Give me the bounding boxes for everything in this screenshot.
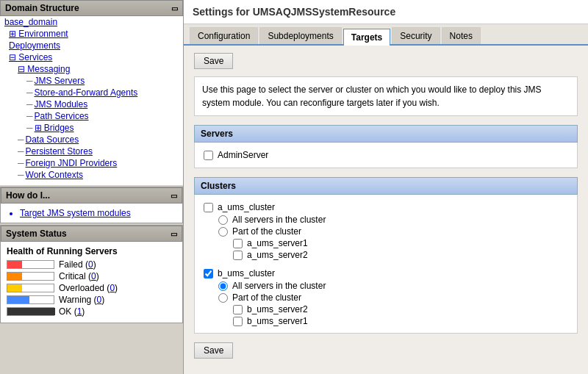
status-row-overloaded: Overloaded (0) [7,283,176,293]
tabs-bar: Configuration Subdeployments Targets Sec… [184,24,588,46]
tab-configuration[interactable]: Configuration [190,27,258,44]
tree-item-persistent-stores[interactable]: ─Persistent Stores [0,145,183,157]
b-ums-server2-row: b_ums_server2 [233,303,568,315]
b-ums-server2-checkbox[interactable] [233,305,243,314]
right-panel: Settings for UMSAQJMSSystemResource Conf… [184,0,588,374]
tree-item-jms-modules[interactable]: ─JMS Modules [0,98,183,110]
tree-item-store-forward[interactable]: ─Store-and-Forward Agents [0,87,183,98]
how-do-i-item[interactable]: Target JMS system modules [20,208,175,218]
bridges-link[interactable]: ⊞ Bridges [35,123,74,133]
path-services-link[interactable]: Path Services [35,111,89,121]
system-status-header: System Status ▭ [1,226,182,242]
messaging-link[interactable]: ⊟ Messaging [18,64,70,74]
b-ums-server2-label: b_ums_server2 [247,304,308,314]
overloaded-count[interactable]: 0 [110,283,115,293]
a-ums-server1-label: a_ums_server1 [247,238,308,248]
status-subtitle: Health of Running Servers [7,246,176,256]
status-row-ok: OK (1) [7,306,176,317]
jms-servers-link[interactable]: JMS Servers [35,76,85,86]
deployments-link[interactable]: Deployments [9,40,60,51]
a-ums-cluster-label: a_ums_cluster [218,202,275,212]
tree-item-base-domain[interactable]: base_domain [0,16,183,28]
adminserver-row: AdminServer [204,148,568,162]
tree-item-messaging[interactable]: ⊟ Messaging [0,63,183,75]
warning-count[interactable]: 0 [97,295,102,305]
a-ums-server2-checkbox[interactable] [233,251,243,260]
b-ums-server1-checkbox[interactable] [233,317,243,326]
warning-paren: ) [101,295,104,305]
domain-structure-header: Domain Structure ▭ [0,0,183,16]
persistent-stores-link[interactable]: Persistent Stores [26,146,93,157]
domain-structure-collapse[interactable]: ▭ [171,4,178,12]
status-content: Health of Running Servers Failed (0) Cri… [1,242,182,323]
left-panel: Domain Structure ▭ base_domain ⊞ Environ… [0,0,184,374]
foreign-jndi-link[interactable]: Foreign JNDI Providers [26,158,118,168]
system-status-section: System Status ▭ Health of Running Server… [0,225,183,323]
tree-item-bridges[interactable]: ─⊞ Bridges [0,122,183,134]
ok-count[interactable]: 1 [77,306,82,317]
b-all-servers-row: All servers in the cluster [218,280,568,292]
environment-link[interactable]: ⊞ Environment [9,29,68,39]
tab-security[interactable]: Security [392,27,440,44]
a-ums-cluster-checkbox[interactable] [204,203,213,212]
b-ums-cluster-checkbox[interactable] [204,269,213,278]
how-do-i-header: How do I... ▭ [1,187,182,204]
tab-notes[interactable]: Notes [442,27,481,44]
b-ums-server1-row: b_ums_server1 [233,315,568,327]
a-ums-server1-row: a_ums_server1 [233,237,568,249]
a-part-cluster-row: Part of the cluster [218,226,568,237]
servers-section-header: Servers [194,125,578,143]
store-forward-link[interactable]: Store-and-Forward Agents [35,87,138,98]
a-ums-server2-label: a_ums_server2 [247,250,308,260]
data-sources-link[interactable]: Data Sources [26,134,79,145]
critical-bar [7,272,54,281]
status-row-failed: Failed (0) [7,259,176,270]
how-do-i-collapse[interactable]: ▭ [171,192,177,200]
tree-item-jms-servers[interactable]: ─JMS Servers [0,75,183,87]
critical-count[interactable]: 0 [91,271,96,281]
overloaded-paren: ) [115,283,118,293]
info-text: Use this page to select the server or cl… [202,84,542,108]
status-row-critical: Critical (0) [7,271,176,281]
tree-item-data-sources[interactable]: ─Data Sources [0,134,183,145]
save-button-top[interactable]: Save [194,53,233,69]
failed-count[interactable]: 0 [88,259,93,270]
tab-subdeployments[interactable]: Subdeployments [259,27,341,44]
b-all-servers-label: All servers in the cluster [232,281,326,291]
b-ums-cluster-label: b_ums_cluster [218,268,275,278]
tree-item-deployments[interactable]: Deployments [0,40,183,51]
warning-bar [7,295,54,304]
domain-structure-section: Domain Structure ▭ base_domain ⊞ Environ… [0,0,183,185]
tree-item-path-services[interactable]: ─Path Services [0,110,183,122]
critical-paren: ) [96,271,99,281]
a-ums-server1-checkbox[interactable] [233,239,243,248]
b-part-cluster-radio[interactable] [218,293,228,303]
tree-item-environment[interactable]: ⊞ Environment [0,28,183,40]
page-title: Settings for UMSAQJMSSystemResource [184,0,588,24]
jms-modules-link[interactable]: JMS Modules [35,99,88,109]
b-part-cluster-row: Part of the cluster [218,292,568,303]
system-status-collapse[interactable]: ▭ [171,230,177,238]
tree-item-work-contexts[interactable]: ─Work Contexts [0,169,183,181]
domain-tree: base_domain ⊞ Environment Deployments ⊟ … [0,16,183,185]
adminserver-checkbox[interactable] [204,151,213,160]
ok-label: OK ( [59,306,77,317]
tab-targets[interactable]: Targets [343,29,390,46]
a-all-servers-radio[interactable] [218,215,228,225]
save-button-bottom[interactable]: Save [194,342,233,359]
tree-item-foreign-jndi[interactable]: ─Foreign JNDI Providers [0,157,183,169]
domain-structure-title: Domain Structure [5,3,79,13]
base-domain-link[interactable]: base_domain [1,16,60,29]
a-part-cluster-radio[interactable] [218,227,228,237]
clusters-section-body: a_ums_cluster All servers in the cluster… [194,195,578,334]
overloaded-label: Overloaded ( [59,283,110,293]
ok-bar [7,307,54,316]
critical-label: Critical ( [59,271,91,281]
b-all-servers-radio[interactable] [218,281,228,291]
tree-item-services[interactable]: ⊟ Services [0,51,183,63]
work-contexts-link[interactable]: Work Contexts [26,170,83,180]
content-area: Save Use this page to select the server … [184,46,588,374]
services-link[interactable]: ⊟ Services [9,52,52,62]
a-ums-cluster-row: a_ums_cluster [204,201,568,214]
overloaded-bar [7,284,54,292]
